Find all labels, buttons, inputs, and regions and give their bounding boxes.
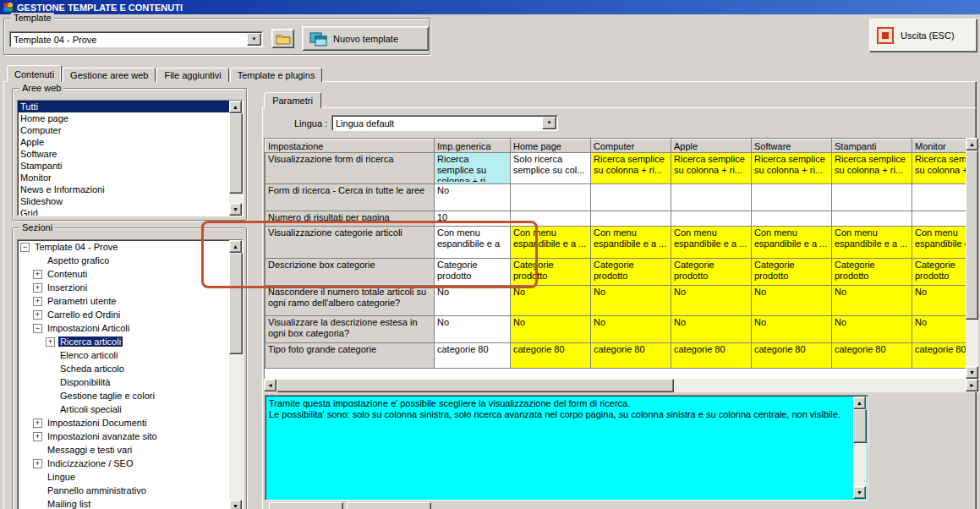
setting-value-cell[interactable]: No xyxy=(591,286,671,316)
setting-value-cell[interactable] xyxy=(912,211,966,227)
scrollbar-thumb[interactable] xyxy=(966,151,978,320)
setting-value-cell[interactable]: No xyxy=(511,316,591,343)
setting-value-cell[interactable] xyxy=(591,211,671,227)
column-header-monitor[interactable]: Monitor xyxy=(912,140,966,153)
aree-web-item-tutti[interactable]: Tutti xyxy=(18,101,243,112)
tree-item-messaggi-e-testi-vari[interactable]: Messaggi e testi vari xyxy=(18,443,243,457)
expand-icon[interactable]: + xyxy=(33,297,42,306)
setting-value-cell[interactable] xyxy=(752,184,832,211)
setting-value-cell[interactable]: Ricerca semplice su colonna + ri... xyxy=(671,153,752,184)
scroll-down-icon[interactable]: ▼ xyxy=(229,203,242,216)
bottom-button-2[interactable] xyxy=(347,502,431,509)
sezioni-scrollbar[interactable]: ▲▼ xyxy=(229,240,243,509)
setting-value-cell[interactable]: No xyxy=(671,316,752,343)
exit-button[interactable]: Uscita (ESC) xyxy=(869,19,977,52)
scrollbar-thumb[interactable] xyxy=(229,253,243,354)
open-folder-button[interactable] xyxy=(271,29,294,48)
setting-value-cell[interactable] xyxy=(511,211,591,227)
aree-web-scrollbar[interactable]: ▲▼ xyxy=(229,101,243,216)
setting-value-cell[interactable]: Categorie prodotto xyxy=(511,259,591,286)
collapse-icon[interactable]: − xyxy=(20,243,30,252)
tree-item-indicizzazione-seo[interactable]: +Indicizzazione / SEO xyxy=(18,457,243,470)
template-combobox-arrow-icon[interactable]: ▼ xyxy=(247,33,261,46)
scroll-up-icon[interactable]: ▲ xyxy=(966,138,978,151)
setting-value-cell[interactable]: Con menu espandibile e a ... xyxy=(752,227,832,259)
setting-value-cell[interactable]: No xyxy=(511,286,591,316)
setting-value-cell[interactable]: Ricerca semplice su colonna + ri... xyxy=(591,153,671,184)
table-vertical-scrollbar[interactable]: ▲▼ xyxy=(966,138,978,379)
setting-value-cell[interactable]: Solo ricerca semplice su col... xyxy=(511,153,591,184)
tree-item-carrello-ed-ordini[interactable]: +Carrello ed Ordini xyxy=(18,308,243,321)
aree-web-item-grid[interactable]: Grid xyxy=(18,207,243,216)
tree-item-contenuti[interactable]: +Contenuti xyxy=(18,267,243,281)
setting-value-cell[interactable]: Categorie prodotto xyxy=(832,259,912,286)
setting-value-cell[interactable]: No xyxy=(671,286,752,316)
lingua-combobox[interactable]: Lingua default ▼ xyxy=(331,115,558,131)
setting-value-cell[interactable] xyxy=(591,184,671,211)
tree-item-gestione-taglie-e-colori[interactable]: Gestione taglie e colori xyxy=(18,389,243,402)
expand-icon[interactable]: + xyxy=(33,283,42,293)
setting-value-cell[interactable]: No xyxy=(912,316,966,343)
tab-template-e-plugins[interactable]: Template e plugins xyxy=(230,68,323,82)
setting-value-cell[interactable]: No xyxy=(435,184,511,211)
scrollbar-thumb[interactable] xyxy=(229,113,243,194)
scroll-down-icon[interactable]: ▼ xyxy=(853,486,866,499)
scroll-down-icon[interactable]: ▼ xyxy=(966,366,978,379)
setting-value-cell[interactable] xyxy=(912,184,966,211)
tree-item-disponibilit[interactable]: Disponibilità xyxy=(18,375,243,389)
tree-item-elenco-articoli[interactable]: Elenco articoli xyxy=(18,348,243,362)
setting-value-cell[interactable] xyxy=(671,211,752,227)
tab-parametri[interactable]: Parametri xyxy=(264,92,321,108)
scroll-down-icon[interactable]: ▼ xyxy=(229,500,242,509)
aree-web-item-monitor[interactable]: Monitor xyxy=(18,172,243,183)
aree-web-item-apple[interactable]: Apple xyxy=(18,136,243,148)
setting-value-cell[interactable]: categorie 80 xyxy=(435,343,511,369)
tab-gestione-aree-web[interactable]: Gestione aree web xyxy=(63,68,156,82)
expand-icon[interactable]: + xyxy=(46,337,55,347)
aree-web-item-slideshow[interactable]: Slideshow xyxy=(18,195,243,207)
collapse-icon[interactable]: − xyxy=(33,324,42,333)
setting-value-cell[interactable]: Ricerca semplice su colonna + ri... xyxy=(435,153,511,184)
scroll-up-icon[interactable]: ▲ xyxy=(853,397,866,409)
tree-item-articoli-speciali[interactable]: Articoli speciali xyxy=(18,402,243,416)
column-header-software[interactable]: Software xyxy=(752,140,832,153)
tree-item-impostazioni-avanzate-sito[interactable]: +Impostazioni avanzate sito xyxy=(18,430,243,443)
aree-web-item-home-page[interactable]: Home page xyxy=(18,112,243,124)
setting-value-cell[interactable]: categorie 80 xyxy=(832,343,912,369)
setting-value-cell[interactable]: categorie 80 xyxy=(591,343,671,369)
setting-value-cell[interactable]: categorie 80 xyxy=(671,343,752,369)
tree-item-template-04-prove[interactable]: −Template 04 - Prove xyxy=(18,240,243,254)
setting-value-cell[interactable]: No xyxy=(912,286,966,316)
setting-value-cell[interactable]: Categorie prodotto xyxy=(435,259,511,286)
tab-contenuti[interactable]: Contenuti xyxy=(7,65,62,82)
scroll-right-icon[interactable]: ► xyxy=(966,379,978,391)
setting-value-cell[interactable] xyxy=(671,184,752,211)
tree-item-ricerca-articoli[interactable]: +Ricerca articoli xyxy=(18,335,243,348)
expand-icon[interactable]: + xyxy=(33,419,42,428)
setting-value-cell[interactable]: Con menu espandibile e a ... xyxy=(671,227,752,259)
setting-value-cell[interactable]: Con menu espandibile e a ... xyxy=(511,227,591,259)
tree-item-inserzioni[interactable]: +Inserzioni xyxy=(18,281,243,294)
column-header-home-page[interactable]: Home page xyxy=(511,140,591,153)
setting-value-cell[interactable]: No xyxy=(832,316,912,343)
setting-value-cell[interactable]: No xyxy=(591,316,671,343)
scrollbar-thumb[interactable] xyxy=(853,409,867,443)
column-header-apple[interactable]: Apple xyxy=(671,140,752,153)
tree-item-pannello-amministrativo[interactable]: Pannello amministrativo xyxy=(18,484,243,497)
expand-icon[interactable]: + xyxy=(33,270,42,279)
aree-web-item-stampanti[interactable]: Stampanti xyxy=(18,160,243,172)
setting-value-cell[interactable]: 10 xyxy=(435,211,511,227)
setting-value-cell[interactable] xyxy=(832,184,912,211)
setting-value-cell[interactable]: categorie 80 xyxy=(752,343,832,369)
setting-value-cell[interactable]: categorie 80 xyxy=(511,343,591,369)
expand-icon[interactable]: + xyxy=(33,432,42,441)
setting-value-cell[interactable]: No xyxy=(752,286,832,316)
setting-value-cell[interactable]: Categorie prodotto xyxy=(912,259,966,286)
table-horizontal-scrollbar[interactable]: ◄► xyxy=(264,379,978,392)
template-combobox[interactable]: Template 04 - Prove ▼ xyxy=(9,31,263,47)
column-header-imp-generica[interactable]: Imp.generica xyxy=(435,140,511,153)
column-header-computer[interactable]: Computer xyxy=(591,140,671,153)
tree-item-impostazioni-documenti[interactable]: +Impostazioni Documenti xyxy=(18,416,243,430)
bottom-button-1[interactable] xyxy=(269,502,343,509)
setting-value-cell[interactable]: Categorie prodotto xyxy=(591,259,671,286)
